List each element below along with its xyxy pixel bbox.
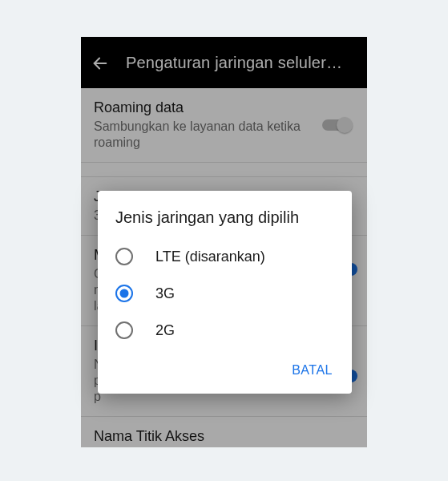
option-label: 2G — [155, 322, 175, 339]
radio-icon — [115, 321, 133, 339]
radio-icon — [115, 248, 133, 265]
network-type-dialog: Jenis jaringan yang dipilih LTE (disaran… — [98, 191, 352, 394]
dialog-title: Jenis jaringan yang dipilih — [98, 191, 352, 238]
option-2g[interactable]: 2G — [98, 312, 352, 349]
option-label: LTE (disarankan) — [155, 249, 265, 265]
option-lte[interactable]: LTE (disarankan) — [98, 238, 352, 275]
cancel-button[interactable]: BATAL — [284, 358, 341, 382]
option-label: 3G — [155, 285, 175, 302]
radio-checked-icon — [115, 285, 133, 302]
option-3g[interactable]: 3G — [98, 275, 352, 312]
dialog-actions: BATAL — [98, 349, 352, 389]
